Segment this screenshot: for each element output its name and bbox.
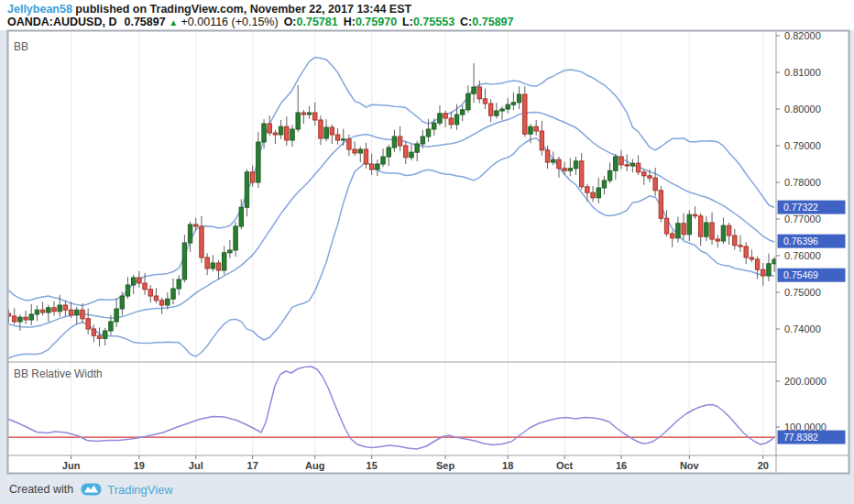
svg-text:20: 20 xyxy=(758,460,769,471)
svg-text:17: 17 xyxy=(247,460,258,471)
svg-text:18: 18 xyxy=(502,460,513,471)
tradingview-brand-link[interactable]: TradingView xyxy=(107,483,173,497)
svg-text:0.74000: 0.74000 xyxy=(784,323,821,334)
svg-text:19: 19 xyxy=(134,460,145,471)
svg-text:Nov: Nov xyxy=(680,460,700,471)
indicator-pane-label: BB Relative Width xyxy=(14,367,103,380)
svg-text:Oct: Oct xyxy=(556,460,574,471)
svg-text:0.79000: 0.79000 xyxy=(784,140,821,151)
svg-text:0.80000: 0.80000 xyxy=(784,104,821,115)
svg-text:0.81000: 0.81000 xyxy=(784,67,821,78)
svg-text:Jul: Jul xyxy=(189,460,203,471)
svg-text:200.0000: 200.0000 xyxy=(784,376,827,387)
svg-text:0.75000: 0.75000 xyxy=(784,287,821,298)
price-chart-canvas[interactable]: 0.820000.810000.800000.790000.780000.770… xyxy=(0,0,854,504)
tradingview-logo-icon[interactable] xyxy=(81,482,102,497)
svg-text:0.78000: 0.78000 xyxy=(784,177,821,188)
svg-text:0.76396: 0.76396 xyxy=(783,236,818,247)
svg-text:16: 16 xyxy=(616,460,627,471)
svg-text:77.8382: 77.8382 xyxy=(783,432,818,443)
svg-text:Sep: Sep xyxy=(436,460,454,471)
footer: Created with TradingView xyxy=(9,479,173,499)
svg-text:Jun: Jun xyxy=(62,460,81,471)
svg-text:15: 15 xyxy=(367,460,378,471)
main-pane-label: BB xyxy=(14,40,28,53)
svg-text:0.82000: 0.82000 xyxy=(784,30,821,41)
svg-text:0.77000: 0.77000 xyxy=(784,214,821,225)
svg-text:Aug: Aug xyxy=(305,460,324,471)
svg-text:0.76000: 0.76000 xyxy=(784,250,821,261)
created-with-text: Created with xyxy=(9,483,73,496)
svg-text:0.77322: 0.77322 xyxy=(783,202,818,213)
svg-text:0.75469: 0.75469 xyxy=(783,269,818,280)
